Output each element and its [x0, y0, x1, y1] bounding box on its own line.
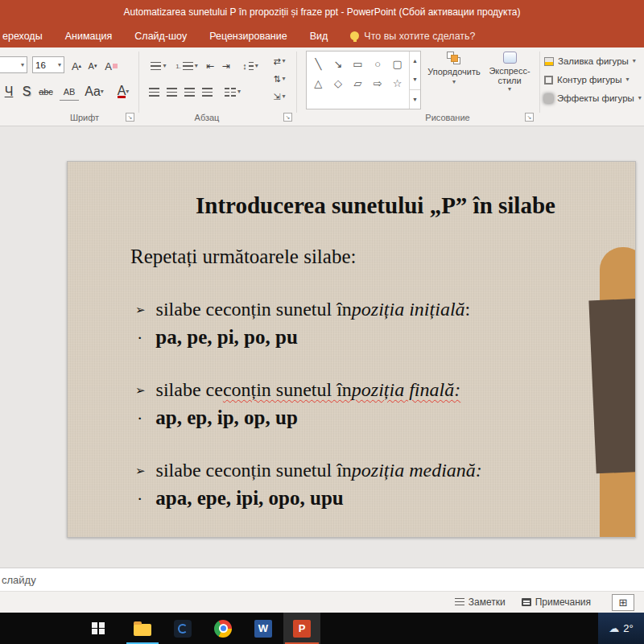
arrange-label: Упорядочить — [427, 67, 480, 76]
paragraph-dialog-launcher[interactable]: ↘ — [283, 113, 292, 122]
font-size-combo[interactable]: 16 ▾ — [32, 56, 64, 73]
normal-view-button[interactable]: ⊞ — [612, 594, 634, 611]
increase-indent-button[interactable]: ⇥ — [219, 56, 233, 76]
clear-formatting-button[interactable]: А — [103, 56, 119, 76]
shape-outline-label: Контур фигуры — [557, 75, 621, 85]
rounded-rect-shape-icon[interactable]: ▢ — [393, 58, 402, 70]
slide-canvas: Introducerea sunetului „P” în silabe Rep… — [0, 126, 644, 568]
comments-toggle-button[interactable]: Примечания — [522, 597, 591, 608]
tab-transitions[interactable]: ереходы — [0, 24, 54, 47]
notes-pane[interactable]: слайду — [0, 568, 644, 591]
strikethrough-button[interactable]: abc — [35, 83, 56, 101]
arrow-bullet-icon: ➢ — [135, 383, 146, 398]
start-button[interactable] — [82, 613, 114, 644]
clear-formatting-label: А — [105, 60, 112, 72]
bullet-lead: silabe ce — [156, 299, 223, 320]
shape-outline-button[interactable]: Контур фигуры ▾ — [544, 72, 629, 88]
bullet-lead: silabe ce — [156, 460, 223, 481]
slide-bullet-2[interactable]: ➢ silabe ce conțin sunetul în poziția fi… — [135, 379, 460, 401]
line-shape-icon[interactable]: ╲ — [315, 58, 321, 70]
columns-button[interactable]: ▾ — [221, 83, 245, 101]
glow-effect-icon — [544, 94, 553, 103]
file-explorer-button[interactable] — [125, 613, 160, 644]
align-right-button[interactable] — [182, 83, 196, 101]
indent-left-icon: ⇤ — [206, 60, 214, 72]
arrange-icon — [447, 52, 461, 64]
font-color-button[interactable]: А▾ — [111, 83, 135, 101]
more-shapes-icon[interactable]: ▼ — [410, 89, 420, 109]
slide-syllables-3[interactable]: · apa, epe, ipi, opo, upu — [137, 487, 344, 510]
triangle-shape-icon[interactable]: △ — [314, 77, 322, 89]
slide-intro-text[interactable]: Repetați următoarele silabe: — [130, 246, 356, 268]
tab-animation[interactable]: Анимация — [54, 24, 124, 47]
scroll-up-icon[interactable]: ▲ — [410, 52, 420, 70]
align-left-button[interactable] — [147, 83, 161, 101]
weather-widget[interactable]: ☁ 2° — [598, 613, 644, 644]
chevron-down-icon: ▾ — [625, 76, 629, 83]
scroll-down-icon[interactable]: ▼ — [410, 70, 420, 89]
convert-smartart-button[interactable]: ⇲▾ — [267, 89, 291, 105]
font-dialog-launcher[interactable]: ↘ — [126, 113, 134, 122]
window-title: Automatizarea sunetului P în propoziții … — [124, 6, 521, 18]
drawing-dialog-launcher[interactable]: ↘ — [525, 113, 534, 122]
tell-me[interactable]: Что вы хотите сделать? — [350, 31, 475, 42]
slide-syllables-2[interactable]: · ap, ep, ip, op, up — [137, 407, 298, 429]
ribbon-tab-bar: ереходы Анимация Слайд-шоу Рецензировани… — [0, 24, 644, 47]
change-case-button[interactable]: Aa▾ — [82, 83, 106, 101]
shapes-grid: ╲ ↘ ▭ ○ ▢ △ ◇ ▱ ⇨ ☆ — [307, 52, 409, 109]
font-size-value: 16 — [35, 60, 46, 70]
oval-shape-icon[interactable]: ○ — [374, 58, 381, 70]
chrome-icon — [214, 620, 232, 638]
slide-bullet-3[interactable]: ➢ silabe ce conțin sunetul în poziția me… — [135, 460, 482, 481]
tab-slideshow[interactable]: Слайд-шоу — [123, 24, 198, 47]
shape-effects-button[interactable]: Эффекты фигуры ▾ — [544, 90, 642, 106]
text-direction-button[interactable]: ⇄▾ — [267, 53, 291, 69]
underline-button[interactable]: Ч — [2, 83, 16, 101]
tab-view[interactable]: Вид — [299, 24, 340, 47]
slide-syllables-1[interactable]: · pa, pe, pi, po, pu — [137, 326, 298, 349]
comments-toggle-label: Примечания — [535, 597, 591, 608]
powerpoint-button[interactable]: P — [283, 613, 320, 644]
bullet-body: conțin sunetul în — [223, 379, 352, 401]
tab-review[interactable]: Рецензирование — [198, 24, 299, 47]
numbering-button[interactable]: 1.▾ — [174, 56, 200, 76]
slide-title[interactable]: Introducerea sunetului „P” în silabe — [116, 192, 635, 219]
align-text-button[interactable]: ⇅▾ — [267, 71, 291, 87]
rectangle-shape-icon[interactable]: ▭ — [353, 58, 362, 70]
line-spacing-button[interactable]: ↕▾ — [238, 56, 262, 76]
arrange-button[interactable]: Упорядочить ▾ — [426, 52, 482, 113]
notes-toggle-button[interactable]: Заметки — [455, 597, 506, 608]
quick-styles-icon — [503, 52, 517, 64]
word-icon: W — [254, 620, 272, 638]
slide-bullet-1[interactable]: ➢ silabe ce conțin sunetul în poziția in… — [135, 299, 470, 320]
decrease-indent-button[interactable]: ⇤ — [203, 56, 217, 76]
numbered-list-icon — [183, 62, 193, 71]
shrink-font-label: А — [89, 61, 94, 71]
word-button[interactable]: W — [246, 613, 281, 644]
text-shadow-button[interactable]: S — [19, 83, 34, 101]
parallelogram-shape-icon[interactable]: ▱ — [353, 77, 361, 89]
justify-button[interactable] — [200, 83, 214, 101]
dark-app-button[interactable] — [165, 613, 200, 644]
chrome-button[interactable] — [205, 613, 241, 644]
shape-fill-button[interactable]: Заливка фигуры ▾ — [544, 53, 636, 69]
underline-label: Ч — [5, 85, 14, 99]
align-left-icon — [149, 88, 159, 97]
chevron-down-icon: ▾ — [508, 86, 511, 93]
bullets-button[interactable]: ▾ — [147, 56, 171, 76]
quick-styles-button[interactable]: Экспресс- стили ▾ — [484, 52, 535, 113]
align-center-button[interactable] — [164, 83, 179, 101]
shapes-scrollbar[interactable]: ▲ ▼ ▼ — [409, 52, 420, 109]
shapes-gallery[interactable]: ╲ ↘ ▭ ○ ▢ △ ◇ ▱ ⇨ ☆ ▲ ▼ ▼ — [306, 51, 421, 109]
diamond-shape-icon[interactable]: ◇ — [334, 77, 342, 89]
font-name-combo[interactable]: ▾ — [0, 56, 27, 73]
shrink-font-button[interactable]: А▾ — [85, 56, 100, 76]
block-arrow-shape-icon[interactable]: ⇨ — [374, 77, 382, 89]
slide[interactable]: Introducerea sunetului „P” în silabe Rep… — [67, 161, 636, 538]
character-spacing-button[interactable]: АВ — [60, 83, 79, 101]
bullet-lead: silabe ce — [156, 379, 223, 401]
dark-app-icon — [174, 620, 192, 638]
grow-font-button[interactable]: А▴ — [69, 56, 84, 76]
arrow-shape-icon[interactable]: ↘ — [333, 58, 342, 70]
star-shape-icon[interactable]: ☆ — [393, 77, 402, 89]
